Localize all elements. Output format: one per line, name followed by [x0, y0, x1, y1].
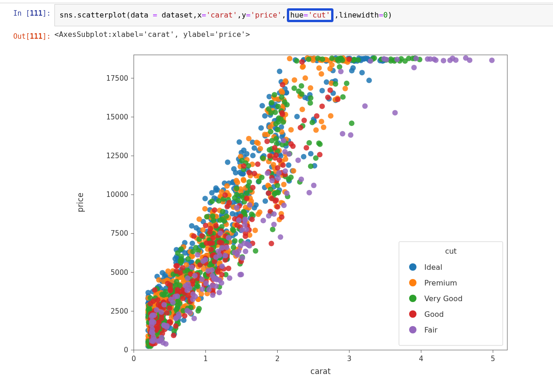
svg-point-219 [359, 70, 365, 75]
svg-point-1148 [164, 310, 170, 316]
code-input[interactable]: sns.scatterplot(data = dataset,x='carat'… [54, 4, 553, 26]
svg-point-746 [303, 75, 308, 81]
svg-point-1014 [299, 91, 304, 97]
svg-point-1311 [159, 309, 164, 315]
svg-point-893 [232, 195, 238, 201]
svg-point-1292 [267, 153, 273, 159]
svg-point-1379 [284, 190, 290, 196]
svg-point-139 [225, 160, 231, 165]
svg-point-1117 [299, 59, 305, 65]
svg-point-579 [288, 127, 294, 133]
svg-point-1380 [348, 132, 353, 138]
svg-point-592 [202, 206, 208, 212]
svg-point-1035 [259, 175, 265, 180]
svg-point-1350 [283, 168, 288, 174]
xtick-label: 5 [491, 355, 495, 363]
svg-point-152 [277, 69, 282, 74]
svg-point-1257 [269, 196, 274, 202]
svg-point-1290 [159, 315, 164, 321]
svg-point-1201 [317, 152, 322, 157]
svg-point-1314 [185, 275, 190, 281]
svg-point-1000 [273, 121, 279, 127]
svg-point-1291 [148, 301, 153, 306]
svg-point-307 [237, 139, 242, 145]
svg-point-1395 [192, 294, 198, 299]
svg-point-999 [284, 102, 290, 107]
svg-point-1045 [178, 254, 184, 259]
svg-point-742 [252, 228, 258, 233]
svg-point-1134 [266, 190, 271, 196]
svg-point-1407 [151, 320, 156, 325]
svg-point-1347 [243, 217, 248, 222]
svg-point-1083 [309, 119, 315, 125]
svg-point-1358 [154, 307, 160, 313]
svg-point-1240 [203, 223, 208, 228]
svg-point-1411 [247, 243, 252, 249]
svg-point-1417 [431, 56, 437, 62]
svg-point-1308 [218, 231, 223, 236]
svg-point-1377 [467, 58, 472, 63]
svg-point-1272 [225, 204, 230, 209]
legend-marker [409, 279, 416, 286]
svg-point-1097 [306, 57, 311, 62]
svg-point-1006 [185, 256, 191, 261]
svg-point-1204 [302, 118, 307, 123]
svg-point-366 [190, 241, 195, 246]
svg-point-1413 [209, 267, 215, 273]
svg-point-595 [316, 65, 322, 71]
svg-point-137 [324, 79, 329, 85]
svg-point-1287 [234, 222, 240, 228]
svg-point-768 [313, 127, 319, 133]
svg-point-1397 [266, 213, 272, 219]
svg-point-1375 [192, 273, 198, 279]
svg-point-998 [174, 279, 179, 285]
svg-point-1376 [368, 58, 373, 64]
svg-point-1263 [268, 241, 274, 246]
svg-point-1078 [291, 85, 297, 91]
svg-point-1396 [176, 311, 181, 317]
ytick-label: 10000 [106, 190, 128, 199]
svg-point-1293 [185, 292, 191, 298]
svg-point-1163 [246, 170, 252, 175]
svg-point-1161 [325, 95, 331, 100]
svg-point-1385 [447, 58, 453, 63]
svg-point-1355 [195, 252, 201, 258]
legend-marker [409, 263, 416, 271]
svg-point-1228 [277, 157, 282, 163]
ytick-label: 12500 [106, 152, 128, 160]
svg-point-711 [257, 146, 263, 151]
svg-point-1419 [236, 249, 241, 254]
svg-point-1146 [241, 163, 246, 169]
svg-point-35 [320, 88, 325, 93]
svg-point-239 [233, 170, 238, 176]
svg-point-1107 [211, 218, 216, 223]
svg-point-1178 [173, 263, 179, 269]
svg-point-1065 [253, 248, 258, 254]
svg-point-1266 [327, 88, 333, 93]
chart-svg: 025005000750010000125001500017500012345c… [60, 50, 521, 382]
svg-point-910 [299, 83, 304, 89]
svg-point-649 [241, 177, 246, 183]
svg-point-1081 [190, 249, 196, 255]
legend-label: Good [424, 310, 444, 319]
svg-point-522 [196, 216, 202, 222]
svg-point-990 [308, 163, 314, 169]
svg-point-1173 [152, 287, 158, 293]
svg-point-1224 [180, 265, 185, 271]
svg-point-620 [319, 119, 324, 125]
svg-point-1103 [267, 147, 272, 153]
svg-point-873 [204, 214, 209, 220]
svg-point-1323 [281, 202, 287, 208]
svg-point-1404 [161, 302, 167, 308]
svg-point-946 [279, 95, 285, 100]
svg-point-1225 [297, 125, 303, 131]
svg-point-1398 [278, 234, 283, 240]
svg-point-1319 [261, 218, 266, 223]
svg-point-1288 [272, 145, 278, 151]
svg-point-1378 [149, 338, 155, 344]
svg-point-1357 [271, 211, 277, 217]
svg-point-408 [262, 198, 268, 204]
ytick-label: 7500 [111, 229, 128, 238]
svg-point-852 [232, 238, 238, 244]
svg-point-1073 [274, 136, 279, 142]
